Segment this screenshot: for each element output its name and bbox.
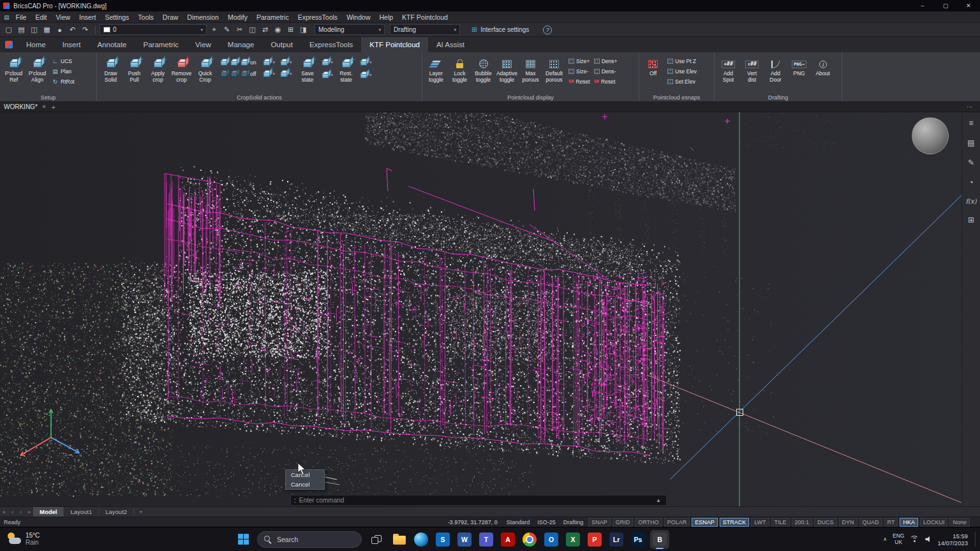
ribbon-button-lock-toggle[interactable]: Locktoggle	[448, 54, 471, 93]
viewport[interactable]: ≡▤✎◔f(x)⊞ Cancel Cancel : Enter command …	[0, 112, 980, 506]
help-button[interactable]: ?	[543, 26, 552, 34]
status-toggle-lwt[interactable]: LWT	[751, 518, 769, 527]
redo-icon[interactable]: ↷	[79, 24, 91, 36]
menu-dimension[interactable]: Dimension	[182, 13, 223, 21]
ribbon-tab-insert[interactable]: Insert	[54, 37, 89, 52]
panel-menu-icon[interactable]: ≡	[969, 119, 973, 128]
crop-option-button[interactable]: ▾	[279, 70, 292, 78]
tab-overflow-icon[interactable]: ⋯	[967, 103, 974, 110]
ribbon-tab-home[interactable]: Home	[18, 37, 54, 52]
acrobat-icon[interactable]: A	[498, 530, 517, 549]
ribbon-button-reset[interactable]: SRReset	[568, 77, 590, 85]
ribbon-button-size[interactable]: Size-	[568, 67, 590, 75]
app-menu-icon[interactable]	[0, 37, 18, 52]
search-input[interactable]: Search	[257, 531, 362, 548]
status-toggle-ducs[interactable]: DUCS	[814, 518, 837, 527]
outlook-icon[interactable]: O	[542, 530, 561, 549]
ribbon-button-size[interactable]: Size+	[568, 57, 590, 65]
ribbon-button-draw-solid[interactable]: DrawSolid	[99, 54, 122, 93]
menu-draw[interactable]: Draw	[158, 13, 183, 21]
teams-icon[interactable]: T	[477, 530, 496, 549]
status-toggle-hka[interactable]: HKA	[900, 518, 918, 527]
add-layout-button[interactable]: +	[134, 508, 148, 515]
scissors-icon[interactable]: ✂	[234, 24, 246, 36]
cursor-target-icon[interactable]: ⌖	[208, 24, 220, 36]
layers-panel-icon[interactable]: ▤	[967, 138, 974, 147]
minimize-button[interactable]: –	[911, 0, 934, 11]
context-menu-item-cancel[interactable]: Cancel	[286, 480, 324, 489]
status-toggle-tile[interactable]: TILE	[771, 518, 790, 527]
layout-nav-icon[interactable]: ›	[17, 509, 25, 515]
ribbon-button-apply-crop[interactable]: Applycrop	[146, 54, 170, 93]
layout-nav-icon[interactable]: »	[25, 509, 33, 515]
status-toggle-lockui[interactable]: LOCKUI	[920, 518, 948, 527]
ribbon-button-use-elev[interactable]: Use Elev	[667, 67, 697, 75]
drawing-canvas[interactable]	[0, 112, 980, 506]
menu-modify[interactable]: Modify	[223, 13, 252, 21]
layout-nav-icon[interactable]: ‹	[8, 509, 17, 515]
status-toggle-rt[interactable]: RT	[884, 518, 898, 527]
layer-dropdown[interactable]: 0 ▾	[100, 24, 207, 35]
menu-settings[interactable]: Settings	[100, 13, 133, 21]
open-file-icon[interactable]: ▤	[15, 24, 27, 36]
edge-icon[interactable]	[412, 530, 431, 549]
pan-icon[interactable]: ⊞	[285, 24, 297, 36]
ribbon-button-push-pull[interactable]: PushPull	[122, 54, 146, 93]
layout-nav-icon[interactable]: «	[0, 509, 8, 515]
menu-help[interactable]: Help	[375, 13, 397, 21]
file-explorer-icon[interactable]	[390, 530, 409, 549]
command-history-icon[interactable]: ▲	[654, 497, 663, 503]
start-button[interactable]	[234, 530, 253, 549]
ribbon-button-rtrot[interactable]: ↻RtRot	[52, 77, 75, 85]
restore-state-button[interactable]: Rest. state	[334, 54, 358, 83]
state-option-button[interactable]: ▾	[359, 71, 372, 79]
ribbon-button-reset[interactable]: SRReset	[594, 77, 618, 85]
ribbon-button-ucs[interactable]: ∟UCS	[52, 57, 75, 65]
ribbon-button-add-spot[interactable]: +##AddSpot	[716, 54, 740, 93]
close-button[interactable]: ✕	[957, 0, 980, 11]
status-toggle-none[interactable]: None	[949, 518, 970, 527]
menu-edit[interactable]: Edit	[31, 13, 51, 21]
document-tab-working[interactable]: WORKING*	[4, 103, 38, 110]
task-view-button[interactable]	[366, 530, 385, 549]
volume-icon[interactable]	[925, 536, 932, 543]
hidden-icons-chevron[interactable]: ∧	[883, 536, 887, 542]
save-icon[interactable]: ◫	[28, 24, 40, 36]
state-option-button[interactable]: ▾	[321, 58, 334, 66]
state-option-button[interactable]: ▾	[321, 71, 334, 79]
copy-icon[interactable]: ◫	[246, 24, 258, 36]
crop-on-toggle[interactable]: on	[219, 58, 256, 66]
excel-icon[interactable]: X	[563, 530, 583, 549]
status-toggle-grid[interactable]: GRID	[612, 518, 634, 527]
crop-option-button[interactable]: ▾	[262, 58, 275, 66]
crop-option-button[interactable]: ▾	[262, 70, 275, 78]
attachments-panel-icon[interactable]: ✎	[968, 158, 974, 167]
menu-window[interactable]: Window	[342, 13, 375, 21]
redline-icon[interactable]: ●	[54, 24, 66, 36]
menu-file[interactable]: File	[11, 13, 31, 21]
show-desktop-button[interactable]	[975, 532, 977, 546]
ribbon-tab-expresstools[interactable]: ExpressTools	[301, 37, 361, 52]
layout-tab-model[interactable]: Model	[33, 507, 64, 517]
weather-widget[interactable]: 15°C Rain	[6, 531, 40, 547]
ribbon-button-layer-toggle[interactable]: Layertoggle	[424, 54, 448, 93]
status-toggle-polar[interactable]: POLAR	[664, 518, 690, 527]
menu-expresstools[interactable]: ExpressTools	[293, 13, 342, 21]
ribbon-button-plan[interactable]: ▤Plan	[52, 67, 75, 75]
menu-ktf-pointcloud[interactable]: KTF Pointcloud	[397, 13, 452, 21]
word-icon[interactable]: W	[455, 530, 474, 549]
print-icon[interactable]: ▦	[41, 24, 53, 36]
panels-manager-icon[interactable]: ⊞	[968, 216, 974, 224]
ribbon-button-off[interactable]: Off	[641, 54, 665, 93]
menu-insert[interactable]: Insert	[75, 13, 100, 21]
wifi-icon[interactable]	[910, 536, 919, 543]
render-panel-icon[interactable]: ◔	[969, 178, 973, 187]
status-toggle-ortho[interactable]: ORTHO	[635, 518, 662, 527]
ribbon-button-p-cloud-ref[interactable]: P'cloudRef	[2, 54, 26, 93]
ribbon-tab-annotate[interactable]: Annotate	[89, 37, 135, 52]
new-file-icon[interactable]: ▢	[3, 24, 15, 36]
status-toggle-200-1[interactable]: 200:1	[792, 518, 813, 527]
fields-panel-icon[interactable]: f(x)	[965, 198, 976, 205]
command-input[interactable]: Enter command	[299, 497, 654, 504]
ribbon-button-adaptive-toggle[interactable]: Adaptivetoggle	[495, 54, 519, 93]
